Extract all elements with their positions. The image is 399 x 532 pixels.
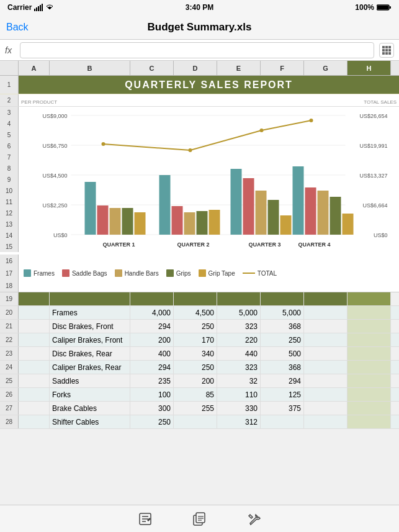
formula-input[interactable] bbox=[20, 42, 374, 58]
svg-rect-48 bbox=[305, 187, 316, 235]
col-header-d[interactable]: D bbox=[174, 61, 217, 75]
svg-text:US$6,750: US$6,750 bbox=[42, 143, 67, 149]
col-header-b[interactable]: B bbox=[50, 61, 130, 75]
svg-rect-40 bbox=[197, 211, 208, 235]
grid-icon[interactable] bbox=[379, 43, 394, 58]
svg-text:US$4,500: US$4,500 bbox=[42, 173, 67, 179]
row-27[interactable]: 27 Brake Cables 300 255 330 375 bbox=[0, 402, 399, 415]
svg-point-52 bbox=[102, 142, 105, 146]
row-nums-chart: 3 4 5 6 7 8 9 10 11 12 13 14 15 bbox=[0, 107, 19, 255]
bar-chart: US$9,000 US$6,750 US$4,500 US$2,250 US$0… bbox=[19, 107, 399, 252]
chart-title: QUARTERLY SALES REPORT bbox=[125, 79, 293, 91]
row-num-1: 1 bbox=[0, 76, 19, 94]
svg-rect-12 bbox=[385, 49, 388, 52]
toolbar-tools-button[interactable] bbox=[246, 510, 263, 528]
col-headers: A B C D E F G H bbox=[0, 61, 399, 76]
col-header-e[interactable]: E bbox=[217, 61, 261, 75]
svg-point-54 bbox=[260, 128, 264, 132]
formula-bar: fx bbox=[0, 40, 399, 61]
toolbar-sheets-button[interactable] bbox=[191, 510, 208, 528]
tools-icon bbox=[248, 512, 261, 526]
col-header-h[interactable]: H bbox=[347, 61, 391, 75]
svg-rect-3 bbox=[40, 5, 41, 11]
legend-grips: Grips bbox=[166, 257, 191, 289]
col-header-c[interactable]: C bbox=[130, 61, 174, 75]
status-bar-right: 100% bbox=[355, 3, 392, 12]
svg-text:US$0: US$0 bbox=[374, 232, 388, 238]
svg-rect-50 bbox=[330, 197, 341, 235]
grid-symbol bbox=[382, 46, 391, 55]
svg-text:US$26,654: US$26,654 bbox=[359, 113, 387, 119]
legend-grips-label: Grips bbox=[176, 270, 191, 277]
svg-rect-13 bbox=[388, 49, 391, 52]
svg-rect-4 bbox=[42, 4, 43, 11]
edit-icon bbox=[138, 512, 152, 526]
status-bar-left: Carrier bbox=[7, 3, 54, 12]
subtitle-left: PER PRODUCT bbox=[19, 94, 68, 106]
grips-color bbox=[166, 269, 174, 277]
svg-point-53 bbox=[189, 148, 192, 152]
legend-area: Frames Saddle Bags Handle Bars Grips bbox=[19, 255, 399, 292]
rows-container: 1 QUARTERLY SALES REPORT 2 PER PRODUCT T… bbox=[0, 76, 399, 505]
svg-rect-47 bbox=[293, 166, 304, 235]
wifi-icon bbox=[45, 4, 54, 11]
status-bar-time: 3:40 PM bbox=[186, 3, 213, 12]
svg-text:QUARTER 2: QUARTER 2 bbox=[177, 241, 209, 248]
row-23: 2 PER PRODUCT TOTAL SALES bbox=[0, 94, 399, 107]
row-22[interactable]: 22 Caliper Brakes, Front 200 170 220 250 bbox=[0, 333, 399, 347]
legend-saddlebags: Saddle Bags bbox=[62, 257, 107, 289]
row-23[interactable]: 23 Disc Brakes, Rear 400 340 440 500 bbox=[0, 347, 399, 361]
svg-rect-0 bbox=[34, 9, 35, 11]
legend-total-label: TOTAL bbox=[258, 270, 277, 277]
battery-icon bbox=[377, 4, 392, 11]
svg-text:US$19,991: US$19,991 bbox=[359, 143, 387, 149]
svg-rect-7 bbox=[390, 6, 391, 9]
legend-frames: Frames bbox=[24, 257, 55, 289]
griptape-color bbox=[199, 269, 206, 277]
svg-rect-9 bbox=[385, 46, 388, 48]
svg-text:US$6,664: US$6,664 bbox=[362, 202, 387, 209]
svg-rect-10 bbox=[388, 46, 391, 48]
svg-rect-42 bbox=[231, 169, 242, 235]
legend-rows: 16 17 18 Frames Saddle Bags Hand bbox=[0, 255, 399, 292]
svg-rect-11 bbox=[382, 49, 385, 52]
svg-rect-2 bbox=[38, 6, 39, 11]
col-header-f[interactable]: F bbox=[261, 61, 304, 75]
svg-text:QUARTER 1: QUARTER 1 bbox=[102, 241, 135, 248]
svg-rect-14 bbox=[382, 52, 385, 55]
subtitle-right: TOTAL SALES bbox=[356, 94, 399, 106]
row-25[interactable]: 25 Saddles 235 200 32 294 bbox=[0, 374, 399, 388]
row-24[interactable]: 24 Caliper Brakes, Rear 294 250 323 368 bbox=[0, 361, 399, 374]
legend-total: TOTAL bbox=[243, 257, 277, 289]
svg-rect-16 bbox=[388, 52, 391, 55]
row-20[interactable]: 20 Frames 4,000 4,500 5,000 5,000 bbox=[0, 306, 399, 320]
svg-rect-39 bbox=[184, 212, 195, 235]
svg-rect-35 bbox=[122, 208, 133, 235]
svg-rect-46 bbox=[280, 215, 292, 235]
legend-frames-label: Frames bbox=[34, 270, 55, 277]
svg-rect-1 bbox=[36, 7, 37, 11]
svg-rect-36 bbox=[135, 212, 146, 235]
toolbar-edit-button[interactable] bbox=[137, 510, 154, 528]
status-bar: Carrier 3:40 PM 100% bbox=[0, 0, 399, 15]
row-26[interactable]: 26 Forks 100 85 110 125 bbox=[0, 388, 399, 402]
back-button[interactable]: Back bbox=[6, 22, 29, 33]
svg-rect-65 bbox=[196, 513, 205, 523]
legend-handlebars: Handle Bars bbox=[115, 257, 159, 289]
svg-point-55 bbox=[310, 119, 313, 122]
svg-rect-44 bbox=[256, 191, 267, 235]
sheets-icon bbox=[193, 512, 207, 526]
row-21[interactable]: 21 Disc Brakes, Front 294 250 323 368 bbox=[0, 320, 399, 333]
row-nums-legend: 16 17 18 bbox=[0, 255, 19, 292]
svg-rect-51 bbox=[343, 214, 354, 235]
svg-rect-43 bbox=[243, 178, 254, 235]
col-header-g[interactable]: G bbox=[304, 61, 347, 75]
row-28[interactable]: 28 Shifter Cables 250 312 bbox=[0, 415, 399, 429]
col-header-a[interactable]: A bbox=[19, 61, 50, 75]
svg-rect-32 bbox=[85, 182, 96, 235]
svg-rect-15 bbox=[385, 52, 388, 55]
handlebars-color bbox=[115, 269, 122, 277]
spreadsheet: A B C D E F G H 1 QUARTERLY SALES REPORT… bbox=[0, 61, 399, 505]
svg-rect-37 bbox=[159, 175, 171, 235]
svg-rect-38 bbox=[172, 206, 183, 235]
